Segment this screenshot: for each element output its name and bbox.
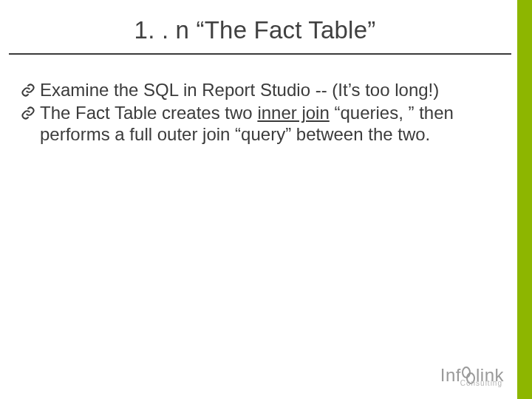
link-icon (21, 106, 40, 120)
bullet-text: Examine the SQL in Report Studio -- (It’… (40, 80, 488, 101)
slide: 1. . n “The Fact Table” Examine the SQL … (0, 0, 532, 399)
bullet-pre: The Fact Table creates two (40, 103, 257, 123)
title-area: 1. . n “The Fact Table” (0, 16, 510, 49)
logo-part1: Inf (440, 365, 461, 386)
accent-sidebar (517, 0, 532, 399)
bullet-item: Examine the SQL in Report Studio -- (It’… (21, 80, 488, 101)
body-area: Examine the SQL in Report Studio -- (It’… (21, 80, 488, 146)
logo-subtitle: Consulting (460, 379, 502, 387)
footer-logo: Inf link Consulting (440, 365, 504, 386)
slide-title: 1. . n “The Fact Table” (0, 16, 510, 44)
svg-point-0 (463, 367, 470, 378)
link-icon (21, 83, 40, 98)
bullet-underline: inner join (257, 103, 329, 123)
title-underline (9, 53, 511, 55)
bullet-item: The Fact Table creates two inner join “q… (21, 103, 488, 146)
logo-wrap: Inf link Consulting (440, 365, 504, 386)
bullet-text: The Fact Table creates two inner join “q… (40, 103, 488, 146)
